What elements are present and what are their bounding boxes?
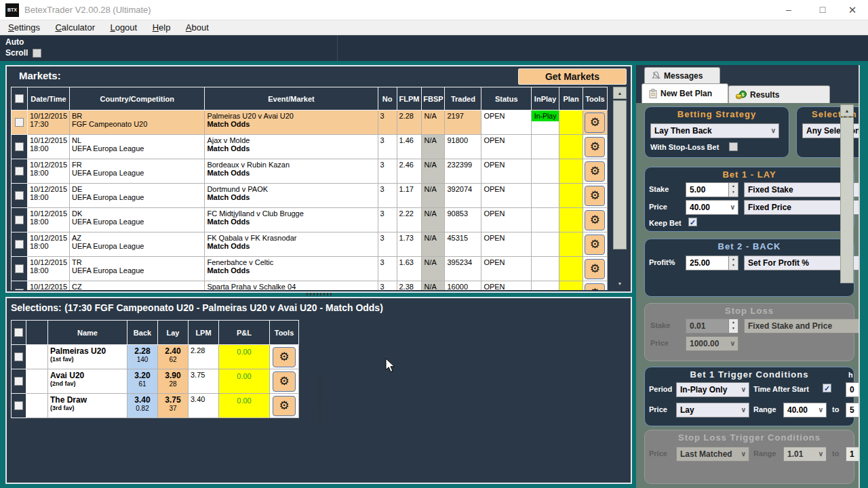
menu-logout[interactable]: Logout [104,20,143,35]
hours-input[interactable]: 0 [846,382,860,397]
row-checkbox[interactable] [15,216,24,224]
market-row[interactable]: 10/12/201518:00 NLUEFA Europa League Aja… [12,135,608,159]
market-row[interactable]: 10/12/201518:00 FRUEFA Europa League Bor… [12,159,608,184]
scrollbar-thumb[interactable] [613,100,627,249]
range-from-input[interactable]: 40.00∨ [783,403,827,418]
trigger-price-select[interactable]: Lay∨ [676,403,749,418]
market-row[interactable]: 10/12/201518:00 CZUEFA Europa League Spa… [12,281,608,291]
market-tools-button[interactable]: ⚙ [585,161,605,182]
col-header[interactable]: FLPM [397,87,422,110]
selection-row[interactable]: The Draw(3rd fav) 3.400.82 3.7537 3.40 0… [12,394,299,418]
get-markets-button[interactable]: Get Markets [518,68,627,85]
col-header[interactable]: Status [481,87,532,110]
select-all-checkbox[interactable] [15,94,24,103]
col-header[interactable]: No [378,87,397,110]
profit-input[interactable]: 25.00▲▼ [686,256,738,270]
selection-tools-button[interactable]: ⚙ [273,371,296,392]
market-row[interactable]: 10/12/201517:30 BRFGF Campeonato U20 Pal… [12,110,608,135]
row-checkbox[interactable] [15,264,24,273]
row-checkbox[interactable] [14,377,23,386]
market-tools-button[interactable]: ⚙ [585,235,605,255]
market-row[interactable]: 10/12/201518:00 DEUEFA Europa League Dor… [12,184,608,208]
col-header[interactable]: Traded [445,87,481,110]
header-checkbox-cell [12,321,26,345]
market-tools-button[interactable]: ⚙ [585,113,605,133]
lay-price-cell[interactable]: 2.4062 [158,345,189,369]
period-select[interactable]: In-Play Only∨ [676,382,749,397]
selection-tools-button[interactable]: ⚙ [273,347,296,367]
market-tools-button[interactable]: ⚙ [585,210,605,230]
stake-input[interactable]: 5.00▲▼ [686,182,738,197]
scroll-up-icon[interactable]: ▲ [840,104,854,117]
market-tools-button[interactable]: ⚙ [585,259,605,279]
col-header[interactable]: FBSP [422,87,445,110]
splitter-grip[interactable] [319,378,321,426]
col-header[interactable]: Tools [270,321,299,345]
menu-settings[interactable]: Settings [2,20,46,35]
price-input[interactable]: 40.00∨ [686,200,738,215]
panel-resize-grip[interactable] [307,293,334,296]
spinner-icon[interactable]: ▲▼ [728,256,738,270]
scroll-down-icon[interactable]: ▼ [613,278,627,290]
keep-bet-checkbox[interactable]: ✓ [688,218,697,226]
row-checkbox[interactable] [15,118,24,127]
selection-tools-button[interactable]: ⚙ [273,396,296,416]
tab-messages[interactable]: Messages [644,67,720,83]
col-header[interactable]: Lay [158,321,189,345]
markets-panel: Markets: Get Markets Date/Time Country/C… [5,65,632,293]
menu-about[interactable]: About [180,20,215,35]
col-header[interactable]: InPlay [532,87,559,110]
lay-price-cell[interactable]: 3.7537 [158,394,189,418]
selection-row[interactable]: Palmeiras U20(1st fav) 2.28140 2.4062 2.… [12,345,299,369]
back-price-cell[interactable]: 3.2061 [127,369,158,394]
lay-price-cell[interactable]: 3.9028 [158,369,189,394]
row-checkbox[interactable] [14,352,23,361]
scroll-up-icon[interactable]: ▲ [613,87,627,99]
back-price-cell[interactable]: 3.400.82 [127,394,158,418]
markets-scrollbar[interactable]: ▲ ▼ [613,87,627,290]
col-header[interactable]: Tools [583,87,607,110]
chevron-down-icon: ∨ [741,447,746,461]
tab-results[interactable]: $ Results [728,85,830,103]
col-header[interactable]: Date/Time [27,87,69,110]
row-checkbox[interactable] [15,289,24,290]
col-header[interactable]: P&L [219,321,270,345]
scrollbar-thumb[interactable] [840,117,854,283]
col-header[interactable]: Back [127,321,158,345]
row-checkbox[interactable] [14,401,23,410]
market-tools-button[interactable]: ⚙ [585,137,605,157]
col-header[interactable]: Name [48,321,127,345]
time-after-start-checkbox[interactable]: ✓ [823,384,831,392]
strategy-select[interactable]: Lay Then Back∨ [650,123,779,138]
tab-new-bet-plan[interactable]: New Bet Plan [642,83,728,103]
auto-scroll-checkbox[interactable] [33,49,41,58]
market-tools-button[interactable]: ⚙ [585,186,605,206]
menu-calculator[interactable]: Calculator [49,20,101,35]
row-checkbox[interactable] [15,240,24,249]
maximize-button[interactable]: □ [811,0,834,20]
row-checkbox[interactable] [15,191,24,200]
close-button[interactable]: ✕ [841,0,864,20]
plan-cell [559,184,583,208]
market-tools-button[interactable]: ⚙ [585,283,605,291]
select-all-checkbox[interactable] [14,328,23,337]
with-stop-loss-checkbox[interactable] [729,142,738,151]
bet-plan-scrollbar[interactable]: ▲ [840,104,854,294]
range-to-input[interactable]: 5 [846,403,860,418]
back-price-cell[interactable]: 2.28140 [127,345,158,369]
col-header[interactable]: Event/Market [205,87,378,110]
stop-loss-trigger-box: Stop Loss Trigger Conditions Price Last … [644,430,854,484]
market-row[interactable]: 10/12/201518:00 TRUEFA Europa League Fen… [12,257,608,281]
market-row[interactable]: 10/12/201518:00 DKUEFA Europa League FC … [12,208,608,232]
minimize-button[interactable]: – [777,0,800,20]
selection-row[interactable]: Avai U20(2nd fav) 3.2061 3.9028 3.75 0.0… [12,369,299,394]
spinner-icon[interactable]: ▲▼ [728,183,738,197]
sl-range-from-input: 1.01∨ [783,447,827,462]
col-header[interactable]: Country/Competition [70,87,205,110]
menu-help[interactable]: Help [146,20,177,35]
col-header[interactable]: LPM [189,321,219,345]
row-checkbox[interactable] [15,142,24,151]
col-header[interactable]: Plan [559,87,583,110]
row-checkbox[interactable] [15,167,24,176]
market-row[interactable]: 10/12/201518:00 AZUEFA Europa League FK … [12,232,608,257]
